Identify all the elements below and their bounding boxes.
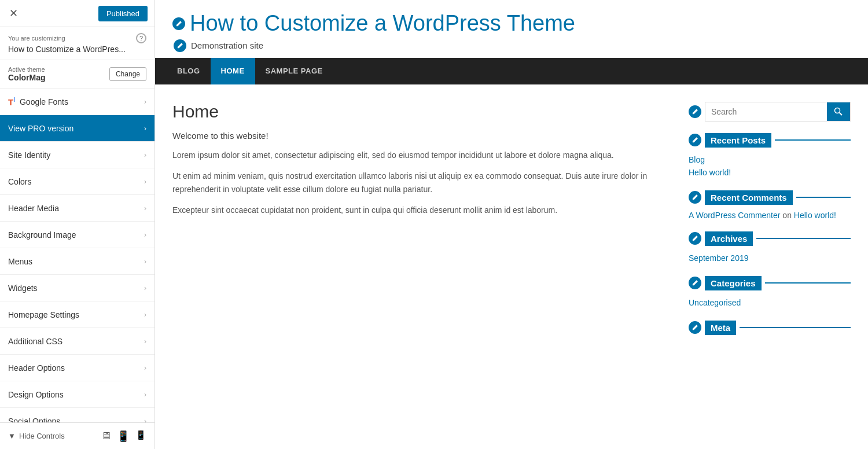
sidebar-item-view-pro-version[interactable]: View PRO version ›	[0, 115, 155, 142]
sidebar-menu: TI Google Fonts › View PRO version › Sit…	[0, 89, 155, 422]
sidebar-item-label: Design Options	[8, 390, 144, 399]
sidebar-item-background-image[interactable]: Background Image ›	[0, 222, 155, 248]
edit-tagline-icon[interactable]	[174, 39, 186, 52]
site-header: How to Customize a WordPress Theme Demon…	[155, 0, 868, 58]
site-name-label: How to Customize a WordPres...	[8, 45, 146, 54]
body-paragraph-1: Lorem ipsum dolor sit amet, consectetur …	[172, 149, 671, 161]
archives-widget: Archives September 2019	[689, 231, 851, 264]
recent-post-link-hello-world[interactable]: Hello world!	[689, 166, 851, 179]
sidebar-item-menus[interactable]: Menus ›	[0, 248, 155, 275]
chevron-right-icon: ›	[144, 151, 146, 159]
recent-post-link-blog[interactable]: Blog	[689, 153, 851, 166]
sidebar-item-label: Colors	[8, 177, 144, 186]
published-button[interactable]: Published	[98, 6, 148, 21]
sidebar-item-label: Social Options	[8, 417, 144, 423]
chevron-right-icon: ›	[144, 311, 146, 319]
edit-meta-icon[interactable]	[689, 321, 701, 334]
site-title: How to Customize a WordPress Theme	[190, 12, 575, 36]
search-submit-button[interactable]	[827, 102, 850, 121]
site-tagline-row: Demonstration site	[174, 39, 851, 52]
desktop-icon[interactable]: 🖥	[101, 430, 111, 443]
tablet-icon[interactable]: 📱	[117, 430, 130, 443]
sidebar-item-google-fonts[interactable]: TI Google Fonts ›	[0, 89, 155, 115]
edit-categories-icon[interactable]	[689, 277, 701, 289]
category-link-uncategorised[interactable]: Uncategorised	[689, 296, 851, 309]
google-fonts-icon: TI	[8, 97, 15, 107]
pencil-icon	[176, 42, 183, 49]
sidebar-item-site-identity[interactable]: Site Identity ›	[0, 142, 155, 168]
chevron-right-icon: ›	[144, 337, 146, 345]
theme-info: Active theme ColorMag	[8, 66, 46, 82]
recent-posts-widget: Recent Posts Blog Hello world!	[689, 133, 851, 179]
chevron-right-icon: ›	[144, 391, 146, 399]
content-area: Home Welcome to this website! Lorem ipsu…	[155, 84, 868, 364]
recent-posts-title-bar: Recent Posts	[689, 133, 851, 148]
search-widget	[689, 102, 851, 122]
edit-site-title-icon[interactable]	[172, 17, 185, 30]
edit-recent-posts-icon[interactable]	[689, 134, 701, 146]
you-are-customizing-label: You are customizing ?	[8, 33, 146, 43]
commenter-link[interactable]: A WordPress Commenter	[689, 209, 780, 222]
preview-area: How to Customize a WordPress Theme Demon…	[155, 0, 868, 449]
sidebar-item-widgets[interactable]: Widgets ›	[0, 275, 155, 301]
device-icons-group: 🖥 📱 📱	[101, 430, 146, 443]
comment-post-link[interactable]: Hello world!	[794, 209, 836, 222]
body-paragraph-2: Ut enim ad minim veniam, quis nostrud ex…	[172, 170, 671, 196]
nav-item-home[interactable]: HOME	[211, 58, 255, 84]
sidebar-item-header-options[interactable]: Header Options ›	[0, 355, 155, 381]
sidebar-item-label: Site Identity	[8, 150, 144, 160]
chevron-right-icon: ›	[144, 124, 146, 133]
chevron-right-icon: ›	[144, 178, 146, 186]
change-theme-button[interactable]: Change	[109, 67, 146, 81]
edit-archives-icon[interactable]	[689, 232, 701, 245]
site-title-row: How to Customize a WordPress Theme	[172, 12, 851, 36]
search-input[interactable]	[705, 102, 827, 121]
sidebar-item-colors[interactable]: Colors ›	[0, 168, 155, 195]
sidebar-bottom-bar: ▼ Hide Controls 🖥 📱 📱	[0, 422, 155, 449]
sidebar-item-homepage-settings[interactable]: Homepage Settings ›	[0, 301, 155, 328]
recent-comments-title-bar: Recent Comments	[689, 190, 851, 205]
categories-title-bar: Categories	[689, 276, 851, 290]
widget-title-line	[740, 327, 851, 328]
sidebar-item-social-options[interactable]: Social Options ›	[0, 408, 155, 422]
chevron-right-icon: ›	[144, 284, 146, 292]
widget-title-line	[765, 282, 851, 284]
sidebar-top-bar: ✕ Published	[0, 0, 155, 27]
sidebar-item-label: Menus	[8, 257, 144, 266]
sidebar-item-label: Widgets	[8, 284, 144, 293]
recent-comment-text: A WordPress Commenter on Hello world!	[689, 211, 851, 220]
meta-widget: Meta	[689, 321, 851, 335]
archives-title: Archives	[705, 231, 753, 246]
categories-title: Categories	[705, 276, 762, 290]
search-row	[689, 102, 851, 122]
help-icon[interactable]: ?	[136, 33, 146, 43]
pencil-icon	[692, 235, 698, 242]
sidebar-item-label: Header Options	[8, 363, 144, 373]
archive-link-september[interactable]: September 2019	[689, 252, 851, 264]
hide-controls-button[interactable]: ▼ Hide Controls	[8, 432, 65, 440]
edit-search-widget-icon[interactable]	[689, 105, 701, 118]
sidebar-item-label: Header Media	[8, 204, 144, 213]
meta-title: Meta	[705, 321, 736, 335]
active-theme-label: Active theme	[8, 66, 46, 73]
close-button[interactable]: ✕	[7, 5, 20, 22]
categories-widget: Categories Uncategorised	[689, 276, 851, 309]
mobile-icon[interactable]: 📱	[135, 430, 146, 443]
sidebar-info: You are customizing ? How to Customize a…	[0, 27, 155, 60]
edit-recent-comments-icon[interactable]	[689, 191, 701, 204]
nav-item-sample-page[interactable]: SAMPLE PAGE	[255, 58, 333, 84]
chevron-right-icon: ›	[144, 231, 146, 239]
chevron-right-icon: ›	[144, 364, 146, 372]
recent-comments-title: Recent Comments	[705, 190, 793, 205]
sidebar-item-design-options[interactable]: Design Options ›	[0, 381, 155, 408]
customizer-sidebar: ✕ Published You are customizing ? How to…	[0, 0, 155, 449]
pencil-icon	[175, 20, 182, 27]
sidebar-item-additional-css[interactable]: Additional CSS ›	[0, 328, 155, 355]
chevron-right-icon: ›	[144, 204, 146, 212]
pencil-icon	[692, 194, 698, 201]
welcome-text: Welcome to this website!	[172, 131, 671, 141]
pencil-icon	[692, 324, 698, 331]
nav-item-blog[interactable]: BLOG	[167, 58, 211, 84]
site-tagline: Demonstration site	[191, 41, 263, 50]
sidebar-item-header-media[interactable]: Header Media ›	[0, 195, 155, 222]
